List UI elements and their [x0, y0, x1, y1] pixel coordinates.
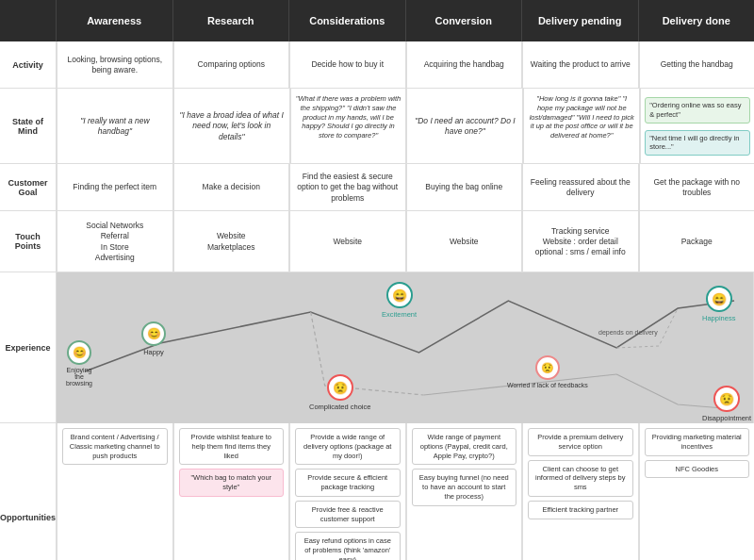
activity-cell-1: Comparing options	[173, 41, 290, 89]
depends-label: depends on delivery	[598, 329, 658, 336]
goal-cell-0: Finding the perfect item	[57, 164, 173, 211]
activity-cell-5: Getting the handbag	[639, 41, 755, 89]
mind-cell-3: "Do I need an account? Do I have one?"	[406, 89, 523, 164]
mind-cell-1: "I have a broad idea of what I need now,…	[173, 89, 290, 164]
goal-cell-4: Feeling reassured about the delivery	[522, 164, 639, 211]
opp-cell-2: Provide a wide range of delivery options…	[289, 423, 406, 560]
touch-cell-3: Website	[406, 211, 523, 272]
touch-row: Touch Points Social Networks Referral In…	[0, 211, 754, 272]
touch-label: Touch Points	[0, 211, 57, 272]
opp-cell-5: Providing marketing material incentives …	[639, 423, 755, 560]
goal-label: Customer Goal	[0, 164, 57, 211]
opp-card: Brand content / Advertising / Classic ma…	[62, 428, 168, 465]
mind-row: State of Mind "I really want a new handb…	[0, 89, 754, 164]
goal-row: Customer Goal Finding the perfect item M…	[0, 164, 754, 211]
touch-cell-0: Social Networks Referral In Store Advert…	[57, 211, 173, 272]
experience-row: Experience	[0, 272, 754, 423]
col-header-conversion: Conversion	[405, 0, 522, 41]
opp-card: Provide secure & efficient package track…	[295, 469, 401, 497]
opp-card: Wide range of payment options (Paypal, c…	[412, 428, 517, 465]
goal-cell-5: Get the package with no troubles	[639, 164, 755, 211]
emotion-disappointment: 😟 Disappointment	[702, 386, 751, 422]
emotion-happiness: 😄 Happiness	[702, 286, 735, 322]
opp-cell-3: Wide range of payment options (Paypal, c…	[406, 423, 523, 560]
mind-cell-0: "I really want a new handbag"	[57, 89, 173, 164]
col-header-delivery-pending: Delivery pending	[521, 0, 638, 41]
opp-card: Provide a premium delivery service optio…	[528, 428, 633, 456]
col-header-awareness: Awareness	[57, 0, 172, 41]
emotion-enjoying: 😊 Enjoying the browsing	[66, 340, 92, 387]
opp-card-style: "Which bag to match your style"	[179, 469, 285, 497]
emotion-complicated: 😟 Complicated choice	[309, 374, 370, 411]
touch-cell-1: Website Marketplaces	[173, 211, 290, 272]
goal-cell-1: Make a decision	[173, 164, 290, 211]
mind-label: State of Mind	[0, 89, 57, 164]
emotion-worried: 😟 Worried if lack of feedbacks	[507, 355, 588, 388]
mind-box-green: "Ordering online was so easy & perfect"	[645, 97, 750, 124]
opp-cell-0: Brand content / Advertising / Classic ma…	[57, 423, 173, 560]
goal-cell-3: Buying the bag online	[406, 164, 523, 211]
opp-cell-1: Provide wishlist feature to help them fi…	[173, 423, 290, 560]
opp-card: Easy refund options in case of problems …	[295, 532, 401, 560]
touch-cell-5: Package	[639, 211, 755, 272]
opp-card: Easy buying funnel (no need to have an a…	[412, 469, 517, 505]
activity-row: Activity Looking, browsing options, bein…	[0, 41, 754, 89]
experience-label: Experience	[0, 272, 57, 423]
opportunities-label: Opportunities	[0, 423, 57, 560]
opp-card: Providing marketing material incentives	[645, 428, 750, 456]
touch-cell-4: Tracking service Website : order detail …	[522, 211, 639, 272]
page: Awareness Research Considerations Conver…	[0, 0, 754, 560]
emotion-excitement: 😄 Excitement	[382, 282, 417, 319]
opp-card: Provide a wide range of delivery options…	[295, 428, 401, 465]
activity-cell-4: Waiting the product to arrive	[522, 41, 639, 89]
activity-cell-0: Looking, browsing options, being aware.	[57, 41, 173, 89]
opp-card: Efficient tracking partner	[528, 501, 633, 519]
mind-cell-4: "How long is it gonna take" "I hope my p…	[523, 89, 640, 164]
experience-canvas: 😊 Enjoying the browsing 😊 Happy 😄 Excite…	[57, 272, 754, 423]
emotion-happy: 😊 Happy	[141, 321, 166, 356]
col-header-delivery-done: Delivery done	[638, 0, 755, 41]
col-header-considerations: Considerations	[288, 0, 405, 41]
col-header-research: Research	[172, 0, 289, 41]
activity-cell-3: Acquiring the handbag	[406, 41, 523, 89]
touch-cell-2: Website	[289, 211, 406, 272]
activity-label: Activity	[0, 41, 57, 89]
mind-cell-5: "Ordering online was so easy & perfect" …	[640, 89, 754, 164]
mind-box-teal: "Next time I will go directly in store..…	[645, 130, 750, 156]
goal-cell-2: Find the easiest & secure option to get …	[289, 164, 406, 211]
opp-card: Provide free & reactive customer support	[295, 501, 401, 529]
opp-cell-4: Provide a premium delivery service optio…	[522, 423, 639, 560]
opp-card: Provide wishlist feature to help them fi…	[179, 428, 285, 465]
mind-cell-2: "What if there was a problem with the sh…	[290, 89, 407, 164]
opp-card: NFC Goodies	[645, 460, 750, 479]
corner-cell	[0, 0, 57, 41]
activity-cell-2: Decide how to buy it	[289, 41, 406, 89]
opp-card: Client can choose to get informed of del…	[528, 460, 633, 497]
opportunities-row: Opportunities Brand content / Advertisin…	[0, 423, 754, 560]
